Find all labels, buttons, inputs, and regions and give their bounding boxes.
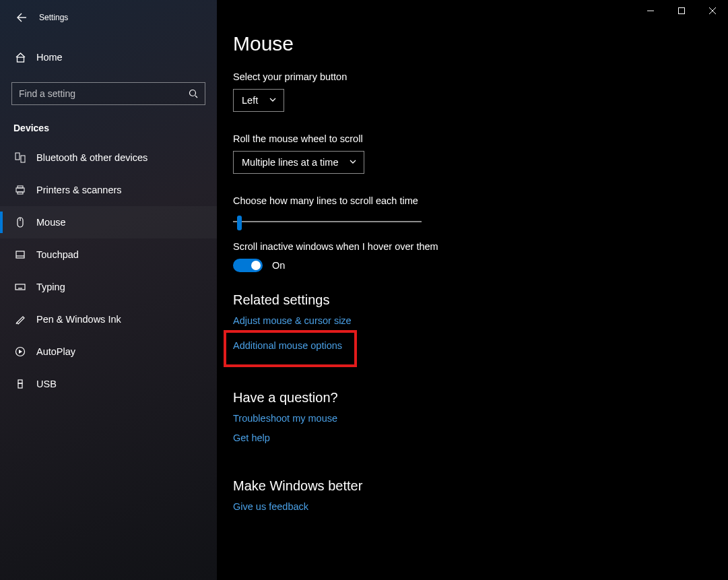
slider-thumb[interactable] xyxy=(237,216,242,230)
sidebar-item-label: USB xyxy=(36,379,57,389)
sidebar-item-label: Touchpad xyxy=(36,249,79,260)
slider-track xyxy=(233,221,422,222)
app-title: Settings xyxy=(39,13,68,22)
inactive-label: Scroll inactive windows when I hover ove… xyxy=(233,241,728,252)
close-button[interactable] xyxy=(697,0,728,22)
home-label: Home xyxy=(36,52,63,63)
home-button[interactable]: Home xyxy=(0,43,217,71)
svg-rect-12 xyxy=(18,192,23,194)
sidebar-item-printers[interactable]: Printers & scanners xyxy=(0,174,217,206)
sidebar-item-typing[interactable]: Typing xyxy=(0,271,217,303)
chevron-down-icon xyxy=(349,157,357,168)
sidebar-item-label: Mouse xyxy=(36,217,66,228)
svg-point-6 xyxy=(190,90,196,96)
dropdown-value: Left xyxy=(242,95,258,106)
svg-rect-11 xyxy=(18,186,23,188)
minimize-button[interactable] xyxy=(635,0,666,22)
search-input[interactable] xyxy=(11,82,205,105)
svg-line-22 xyxy=(16,323,17,324)
scroll-mode-label: Roll the mouse wheel to scroll xyxy=(233,133,728,144)
sidebar-item-mouse[interactable]: Mouse xyxy=(0,206,217,238)
back-button[interactable] xyxy=(8,4,35,31)
mouse-icon xyxy=(13,217,27,228)
svg-rect-10 xyxy=(16,188,24,192)
lines-slider[interactable] xyxy=(233,213,422,230)
toggle-knob xyxy=(251,261,261,270)
question-heading: Have a question? xyxy=(233,390,728,406)
chevron-down-icon xyxy=(269,95,277,106)
primary-button-label: Select your primary button xyxy=(233,71,728,82)
sidebar-item-label: AutoPlay xyxy=(36,346,75,357)
link-troubleshoot-mouse[interactable]: Troubleshoot my mouse xyxy=(233,413,337,424)
pen-icon xyxy=(13,314,27,325)
page-title: Mouse xyxy=(233,32,728,55)
svg-rect-26 xyxy=(18,383,22,388)
sidebar-item-label: Printers & scanners xyxy=(36,185,122,195)
scroll-mode-dropdown[interactable]: Multiple lines at a time xyxy=(233,151,364,174)
link-give-feedback[interactable]: Give us feedback xyxy=(233,501,308,512)
link-additional-mouse-options[interactable]: Additional mouse options xyxy=(233,340,342,351)
main-panel: Mouse Select your primary button Left Ro… xyxy=(217,0,728,580)
sidebar-item-bluetooth[interactable]: Bluetooth & other devices xyxy=(0,141,217,174)
dropdown-value: Multiple lines at a time xyxy=(242,157,338,168)
home-icon xyxy=(13,52,27,63)
search-icon xyxy=(189,89,198,98)
sidebar-item-touchpad[interactable]: Touchpad xyxy=(0,238,217,271)
svg-rect-5 xyxy=(17,57,24,62)
search-field[interactable] xyxy=(19,88,189,99)
touchpad-icon xyxy=(13,249,27,260)
bluetooth-icon xyxy=(13,152,27,163)
svg-rect-17 xyxy=(15,284,25,290)
usb-icon xyxy=(13,379,27,389)
link-adjust-mouse-size[interactable]: Adjust mouse & cursor size xyxy=(233,315,352,326)
svg-line-7 xyxy=(195,96,197,98)
sidebar-item-label: Typing xyxy=(36,282,65,292)
svg-rect-8 xyxy=(15,153,20,160)
autoplay-icon xyxy=(13,346,27,357)
maximize-button[interactable] xyxy=(666,0,697,22)
svg-rect-15 xyxy=(16,251,24,258)
back-arrow-icon xyxy=(15,11,28,24)
svg-rect-9 xyxy=(21,156,25,162)
section-title: Devices xyxy=(13,123,217,133)
sidebar-item-pen[interactable]: Pen & Windows Ink xyxy=(0,303,217,335)
lines-label: Choose how many lines to scroll each tim… xyxy=(233,195,728,206)
keyboard-icon xyxy=(13,282,27,292)
link-get-help[interactable]: Get help xyxy=(233,432,270,443)
svg-rect-25 xyxy=(18,380,22,383)
inactive-toggle[interactable] xyxy=(233,259,263,272)
sidebar-nav: Bluetooth & other devices Printers & sca… xyxy=(0,141,217,400)
toggle-state: On xyxy=(272,260,285,271)
feedback-heading: Make Windows better xyxy=(233,478,728,494)
window-controls xyxy=(635,0,728,22)
primary-button-dropdown[interactable]: Left xyxy=(233,89,284,112)
svg-marker-24 xyxy=(19,350,22,354)
printer-icon xyxy=(13,185,27,195)
sidebar-item-usb[interactable]: USB xyxy=(0,368,217,400)
sidebar-item-label: Pen & Windows Ink xyxy=(36,314,121,325)
sidebar-item-label: Bluetooth & other devices xyxy=(36,152,147,163)
sidebar-item-autoplay[interactable]: AutoPlay xyxy=(0,335,217,368)
svg-rect-1 xyxy=(679,8,685,14)
related-heading: Related settings xyxy=(233,292,728,308)
sidebar: Settings Home Devices Bluetooth & other … xyxy=(0,0,217,580)
